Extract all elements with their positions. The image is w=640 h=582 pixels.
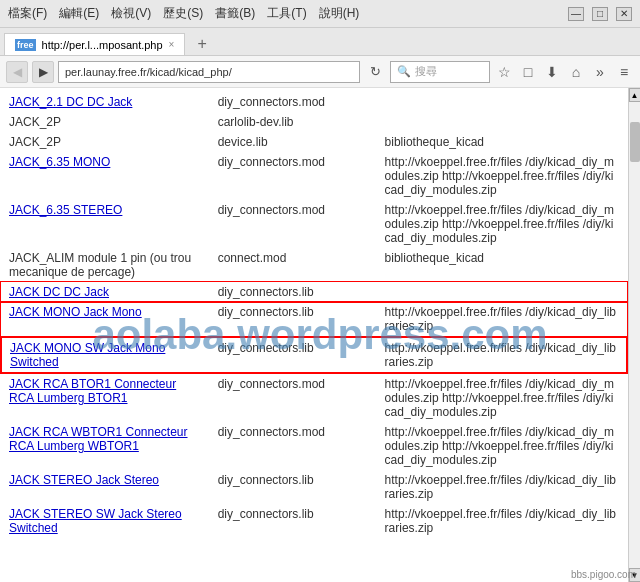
new-tab-button[interactable]: + <box>189 33 214 55</box>
component-link[interactable]: JACK_6.35 STEREO <box>9 203 122 217</box>
component-name: JACK_2P <box>1 132 210 152</box>
library-name: diy_connectors.mod <box>210 200 377 248</box>
component-link[interactable]: JACK RCA WBTOR1 Connecteur RCA Lumberg W… <box>9 425 188 453</box>
menu-view[interactable]: 檢視(V) <box>111 5 151 22</box>
refresh-button[interactable]: ↻ <box>364 61 386 83</box>
component-name: JACK_2P <box>1 112 210 132</box>
library-name: carlolib-dev.lib <box>210 112 377 132</box>
download-url <box>377 112 627 132</box>
scroll-up-button[interactable]: ▲ <box>629 88 641 102</box>
table-row: JACK DC DC Jackdiy_connectors.lib <box>1 282 627 302</box>
components-table: JACK_2.1 DC DC Jackdiy_connectors.modJAC… <box>0 92 628 538</box>
table-row: JACK MONO SW Jack Mono Switcheddiy_conne… <box>1 337 627 373</box>
menu-edit[interactable]: 編輯(E) <box>59 5 99 22</box>
table-row: JACK STEREO SW Jack Stereo Switcheddiy_c… <box>1 504 627 538</box>
url-text: per.launay.free.fr/kicad/kicad_php/ <box>65 66 232 78</box>
table-row: JACK_2.1 DC DC Jackdiy_connectors.mod <box>1 92 627 112</box>
library-name: diy_connectors.lib <box>210 504 377 538</box>
library-name: diy_connectors.lib <box>210 302 377 337</box>
tab-close-button[interactable]: × <box>169 39 175 50</box>
download-url <box>377 92 627 112</box>
table-row: JACK_2Pcarlolib-dev.lib <box>1 112 627 132</box>
menu-icon[interactable]: ≡ <box>614 62 634 82</box>
library-name: diy_connectors.mod <box>210 422 377 470</box>
download-url: http://vkoeppel.free.fr/files /diy/kicad… <box>377 422 627 470</box>
library-name: diy_connectors.mod <box>210 373 377 422</box>
title-bar: 檔案(F) 編輯(E) 檢視(V) 歷史(S) 書籤(B) 工具(T) 說明(H… <box>0 0 640 28</box>
forward-button[interactable]: ▶ <box>32 61 54 83</box>
component-link[interactable]: JACK MONO Jack Mono <box>9 305 142 319</box>
component-link[interactable]: JACK_2.1 DC DC Jack <box>9 95 132 109</box>
download-icon[interactable]: ⬇ <box>542 62 562 82</box>
download-url: http://vkoeppel.free.fr/files /diy/kicad… <box>377 200 627 248</box>
library-name: device.lib <box>210 132 377 152</box>
search-placeholder: 搜尋 <box>415 64 437 79</box>
download-url: http://vkoeppel.free.fr/files /diy/kicad… <box>377 373 627 422</box>
table-row: JACK RCA WBTOR1 Connecteur RCA Lumberg W… <box>1 422 627 470</box>
library-name: connect.mod <box>210 248 377 282</box>
table-row: JACK MONO Jack Monodiy_connectors.libhtt… <box>1 302 627 337</box>
component-link[interactable]: JACK STEREO SW Jack Stereo Switched <box>9 507 182 535</box>
menu-tools[interactable]: 工具(T) <box>267 5 306 22</box>
menu-file[interactable]: 檔案(F) <box>8 5 47 22</box>
table-row: JACK_6.35 STEREOdiy_connectors.modhttp:/… <box>1 200 627 248</box>
tab-bar: free http://per.l...mposant.php × + <box>0 28 640 56</box>
menu-bookmarks[interactable]: 書籤(B) <box>215 5 255 22</box>
white-icon[interactable]: □ <box>518 62 538 82</box>
search-icon: 🔍 <box>397 65 411 78</box>
table-row: JACK RCA BTOR1 Connecteur RCA Lumberg BT… <box>1 373 627 422</box>
component-link[interactable]: JACK RCA BTOR1 Connecteur RCA Lumberg BT… <box>9 377 176 405</box>
menu-help[interactable]: 說明(H) <box>319 5 360 22</box>
address-bar: ◀ ▶ per.launay.free.fr/kicad/kicad_php/ … <box>0 56 640 88</box>
bottom-watermark: bbs.pigoo.com <box>571 569 628 580</box>
active-tab[interactable]: free http://per.l...mposant.php × <box>4 33 185 55</box>
library-name: diy_connectors.lib <box>210 282 377 302</box>
close-button[interactable]: ✕ <box>616 7 632 21</box>
component-link[interactable]: JACK STEREO Jack Stereo <box>9 473 159 487</box>
tab-favicon: free <box>15 39 36 51</box>
download-url: http://vkoeppel.free.fr/files /diy/kicad… <box>377 302 627 337</box>
scroll-thumb[interactable] <box>630 122 640 162</box>
download-url: http://vkoeppel.free.fr/files /diy/kicad… <box>377 152 627 200</box>
component-link[interactable]: JACK DC DC Jack <box>9 285 109 299</box>
download-url: http://vkoeppel.free.fr/files /diy/kicad… <box>377 504 627 538</box>
component-link[interactable]: JACK MONO SW Jack Mono Switched <box>10 341 165 369</box>
table-row: JACK_ALIM module 1 pin (ou trou mecaniqu… <box>1 248 627 282</box>
download-url: bibliotheque_kicad <box>377 248 627 282</box>
download-url: http://vkoeppel.free.fr/files /diy/kicad… <box>377 337 627 373</box>
address-bar-icons: ☆ □ ⬇ ⌂ » ≡ <box>494 62 634 82</box>
library-name: diy_connectors.mod <box>210 152 377 200</box>
star-icon[interactable]: ☆ <box>494 62 514 82</box>
library-name: diy_connectors.lib <box>210 470 377 504</box>
menu-history[interactable]: 歷史(S) <box>163 5 203 22</box>
download-url: http://vkoeppel.free.fr/files /diy/kicad… <box>377 470 627 504</box>
component-name: JACK_ALIM module 1 pin (ou trou mecaniqu… <box>1 248 210 282</box>
download-url <box>377 282 627 302</box>
scrollbar[interactable]: ▲ ▼ <box>628 88 640 582</box>
scroll-down-button[interactable]: ▼ <box>629 568 641 582</box>
url-input[interactable]: per.launay.free.fr/kicad/kicad_php/ <box>58 61 360 83</box>
table-row: JACK_6.35 MONOdiy_connectors.modhttp://v… <box>1 152 627 200</box>
back-button[interactable]: ◀ <box>6 61 28 83</box>
table-row: JACK_2Pdevice.libbibliotheque_kicad <box>1 132 627 152</box>
menu-bar: 檔案(F) 編輯(E) 檢視(V) 歷史(S) 書籤(B) 工具(T) 說明(H… <box>8 5 359 22</box>
library-name: diy_connectors.lib <box>210 337 377 373</box>
home-icon[interactable]: ⌂ <box>566 62 586 82</box>
more-icon[interactable]: » <box>590 62 610 82</box>
maximize-button[interactable]: □ <box>592 7 608 21</box>
component-link[interactable]: JACK_6.35 MONO <box>9 155 110 169</box>
table-row: JACK STEREO Jack Stereodiy_connectors.li… <box>1 470 627 504</box>
download-url: bibliotheque_kicad <box>377 132 627 152</box>
window-controls: — □ ✕ <box>568 7 632 21</box>
library-name: diy_connectors.mod <box>210 92 377 112</box>
table-container: aolaba.wordpress.com JACK_2.1 DC DC Jack… <box>0 88 628 582</box>
search-input[interactable]: 🔍 搜尋 <box>390 61 490 83</box>
tab-title: http://per.l...mposant.php <box>42 39 163 51</box>
minimize-button[interactable]: — <box>568 7 584 21</box>
main-content: aolaba.wordpress.com JACK_2.1 DC DC Jack… <box>0 88 640 582</box>
